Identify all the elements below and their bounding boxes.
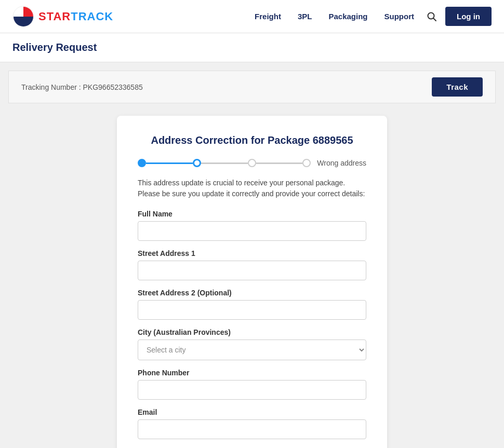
logo-star: STAR — [38, 10, 71, 23]
phone-input[interactable] — [138, 380, 366, 400]
full-name-group: Full Name — [138, 210, 366, 241]
step-line-1 — [146, 162, 193, 164]
card-title: Address Correction for Package 6889565 — [138, 134, 366, 146]
phone-label: Phone Number — [138, 369, 366, 377]
email-group: Email — [138, 408, 366, 439]
step-dot-2 — [193, 159, 201, 167]
login-button[interactable]: Log in — [445, 7, 492, 26]
search-button[interactable] — [427, 11, 437, 22]
step-dot-4 — [302, 159, 311, 167]
city-label: City (Australian Provinces) — [138, 328, 366, 336]
city-select[interactable]: Select a city Sydney Melbourne Brisbane … — [138, 340, 366, 360]
email-input[interactable] — [138, 419, 366, 439]
nav-support[interactable]: Support — [384, 12, 415, 21]
search-icon — [427, 11, 437, 22]
tracking-number-label: Tracking Number : PKG96652336585 — [21, 83, 143, 91]
street1-label: Street Address 1 — [138, 249, 366, 257]
step-label: Wrong address — [317, 159, 366, 167]
logo-track: TRACK — [71, 10, 113, 23]
address-correction-card: Address Correction for Package 6889565 W… — [117, 116, 387, 448]
logo-icon — [12, 6, 34, 28]
page-title-bar: Relivery Request — [0, 33, 504, 62]
progress-stepper: Wrong address — [138, 159, 366, 167]
street2-label: Street Address 2 (Optional) — [138, 289, 366, 297]
header: STARTRACK Freight 3PL Packaging Support … — [0, 0, 504, 33]
step-dot-3 — [248, 159, 256, 167]
full-name-label: Full Name — [138, 210, 366, 218]
phone-group: Phone Number — [138, 369, 366, 400]
full-name-input[interactable] — [138, 221, 366, 241]
street1-group: Street Address 1 — [138, 249, 366, 280]
step-line-3 — [256, 162, 303, 164]
tracking-bar: Tracking Number : PKG96652336585 Track — [8, 71, 496, 103]
street2-input[interactable] — [138, 300, 366, 320]
track-button[interactable]: Track — [432, 77, 483, 97]
step-dot-1 — [138, 159, 146, 167]
logo-text: STARTRACK — [38, 10, 113, 23]
logo: STARTRACK — [12, 6, 113, 28]
city-group: City (Australian Provinces) Select a cit… — [138, 328, 366, 360]
form-description: This address update is crucial to receiv… — [138, 178, 366, 199]
svg-point-1 — [428, 12, 434, 19]
main-nav: Freight 3PL Packaging Support — [255, 12, 414, 21]
email-label: Email — [138, 408, 366, 416]
page-title: Relivery Request — [12, 42, 492, 53]
step-line-2 — [201, 162, 248, 164]
nav-freight[interactable]: Freight — [255, 12, 281, 21]
nav-packaging[interactable]: Packaging — [328, 12, 367, 21]
street1-input[interactable] — [138, 261, 366, 280]
svg-line-2 — [434, 18, 436, 21]
street2-group: Street Address 2 (Optional) — [138, 289, 366, 320]
nav-3pl[interactable]: 3PL — [298, 12, 312, 21]
main-content: Address Correction for Package 6889565 W… — [0, 103, 504, 448]
